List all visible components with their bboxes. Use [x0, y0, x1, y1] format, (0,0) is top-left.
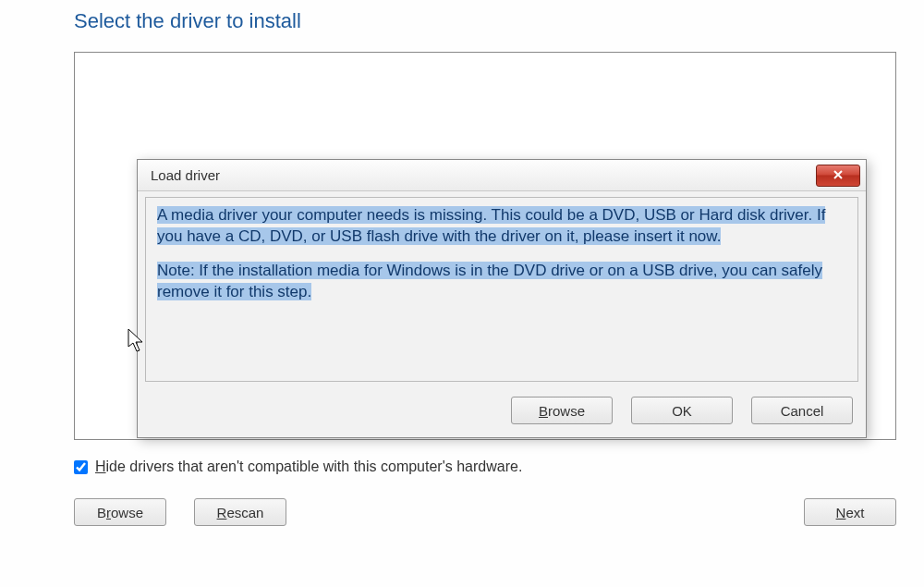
hide-drivers-row: Hide drivers that aren't compatible with…	[74, 459, 887, 475]
dialog-title: Load driver	[151, 167, 220, 183]
bottom-button-row: Browse Rescan Next	[74, 498, 896, 526]
dialog-close-button[interactable]	[816, 165, 860, 187]
dialog-message-2: Note: If the installation media for Wind…	[157, 261, 846, 303]
browse-button[interactable]: Browse	[74, 498, 166, 526]
close-icon	[833, 167, 844, 184]
dialog-titlebar[interactable]: Load driver	[138, 160, 866, 191]
hide-drivers-label: Hide drivers that aren't compatible with…	[95, 459, 522, 475]
dialog-button-row: Browse OK Cancel	[138, 389, 866, 437]
dialog-ok-button[interactable]: OK	[631, 397, 733, 424]
next-button[interactable]: Next	[804, 498, 896, 526]
rescan-button[interactable]: Rescan	[194, 498, 286, 526]
load-driver-dialog: Load driver A media driver your computer…	[137, 159, 867, 438]
hide-drivers-checkbox[interactable]	[74, 460, 88, 474]
page-title: Select the driver to install	[74, 9, 887, 33]
dialog-browse-button[interactable]: Browse	[511, 397, 613, 424]
dialog-cancel-button[interactable]: Cancel	[751, 397, 853, 424]
dialog-body: A media driver your computer needs is mi…	[145, 197, 858, 382]
dialog-message-1: A media driver your computer needs is mi…	[157, 205, 846, 248]
